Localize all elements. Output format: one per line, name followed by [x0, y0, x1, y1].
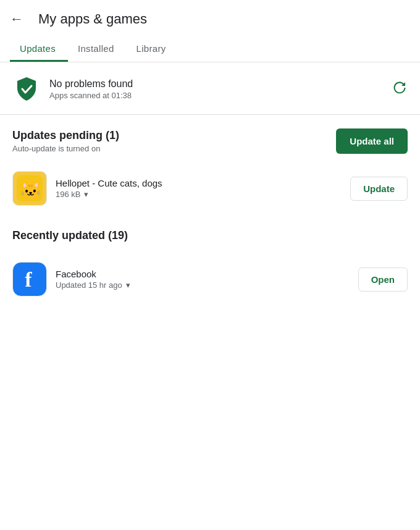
security-title: No problems found	[49, 78, 387, 90]
hellopet-app-size: 196 kB	[56, 190, 80, 199]
facebook-app-name: Facebook	[56, 269, 358, 279]
chevron-down-icon[interactable]: ▾	[126, 280, 130, 290]
header: ← My apps & games	[0, 0, 420, 36]
tabs-bar: Updates Installed Library	[0, 36, 420, 62]
facebook-app-meta-text: Updated 15 hr ago	[56, 280, 122, 290]
hellopet-update-button[interactable]: Update	[350, 177, 408, 201]
security-subtitle: Apps scanned at 01:38	[49, 91, 387, 100]
hellopet-app-icon: 🐱	[12, 171, 47, 206]
security-text: No problems found Apps scanned at 01:38	[49, 78, 387, 100]
back-button[interactable]: ←	[10, 12, 23, 26]
recently-updated-section: Recently updated (19)	[0, 214, 420, 248]
page-title: My apps & games	[38, 11, 147, 27]
facebook-app-info: Facebook Updated 15 hr ago ▾	[56, 269, 358, 290]
tab-updates[interactable]: Updates	[10, 36, 68, 62]
tab-library[interactable]: Library	[127, 36, 178, 62]
security-banner: No problems found Apps scanned at 01:38	[0, 62, 420, 115]
hellopet-app-meta: 196 kB ▾	[56, 190, 350, 199]
hellopet-app-name: Hellopet - Cute cats, dogs	[56, 178, 350, 188]
facebook-app-icon: f	[12, 262, 47, 297]
chevron-down-icon[interactable]: ▾	[84, 190, 88, 199]
updates-pending-title: Updates pending (1)	[12, 129, 119, 142]
facebook-open-button[interactable]: Open	[358, 267, 408, 292]
svg-text:🐱: 🐱	[20, 180, 41, 201]
updates-pending-subtitle: Auto-update is turned on	[12, 144, 119, 153]
tab-installed[interactable]: Installed	[68, 36, 127, 62]
list-item: 🐱 Hellopet - Cute cats, dogs 196 kB ▾ Up…	[0, 162, 420, 214]
facebook-app-meta: Updated 15 hr ago ▾	[56, 280, 358, 290]
recently-updated-title: Recently updated (19)	[12, 229, 408, 242]
refresh-button[interactable]	[392, 80, 408, 98]
updates-pending-header: Updates pending (1) Auto-update is turne…	[0, 115, 420, 158]
list-item: f Facebook Updated 15 hr ago ▾ Open	[0, 253, 420, 305]
shield-icon	[12, 75, 41, 103]
hellopet-app-info: Hellopet - Cute cats, dogs 196 kB ▾	[56, 178, 350, 199]
update-all-button[interactable]: Update all	[336, 128, 408, 154]
